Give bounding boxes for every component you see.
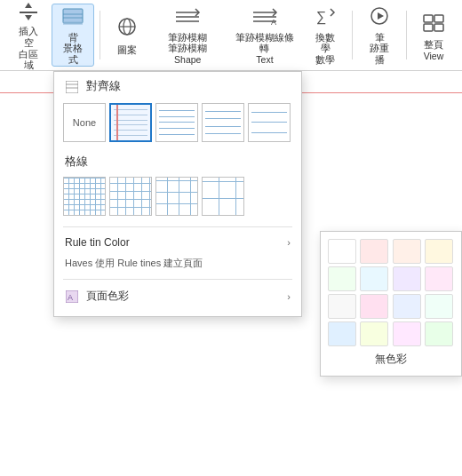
divider-menu <box>63 226 292 227</box>
ribbon-shape[interactable]: 筆跡模糊筆跡模糊 Shape <box>150 4 226 67</box>
ruling-option-none[interactable]: None <box>63 103 106 142</box>
ruling-options-row: None <box>54 99 301 149</box>
math-label: 換數學數學 <box>311 32 339 66</box>
color-none-button[interactable]: 無色彩 <box>328 346 454 369</box>
ruling-narrow-preview <box>111 105 150 140</box>
svg-rect-22 <box>424 24 433 31</box>
svg-rect-4 <box>63 21 83 25</box>
menu-haves-rule-tines[interactable]: Haves 使用 Rule tines 建立頁面 <box>54 254 301 275</box>
divider-page-color <box>63 279 292 280</box>
background-icon <box>59 5 87 30</box>
ruling-medium-preview <box>156 104 197 141</box>
ruling-section-header: 對齊線 <box>54 72 301 99</box>
color-swatch-4[interactable] <box>328 266 356 291</box>
color-swatch-13[interactable] <box>360 321 388 346</box>
svg-marker-19 <box>378 12 384 20</box>
color-panel: 無色彩 <box>320 231 462 377</box>
rule-tin-color-label: Rule tin Color <box>65 236 130 249</box>
ribbon-insert-blank[interactable]: 插入空白區域 <box>7 4 50 67</box>
svg-rect-0 <box>20 12 37 13</box>
ribbon-fullpage-view[interactable]: 整頁View <box>412 4 455 67</box>
grid-xlarge-preview <box>203 178 243 215</box>
ruling-none-label: None <box>73 117 96 128</box>
pen-replay-label: 筆跡重播 <box>365 32 394 66</box>
svg-text:∑: ∑ <box>316 9 326 25</box>
grid-option-small[interactable] <box>63 177 106 216</box>
pattern-label: 圖案 <box>117 44 137 56</box>
svg-marker-1 <box>25 3 32 8</box>
divider-2 <box>352 11 353 60</box>
grid-option-large[interactable] <box>155 177 198 216</box>
color-swatch-11[interactable] <box>425 294 453 319</box>
color-swatch-10[interactable] <box>393 294 421 319</box>
fullpage-view-icon <box>419 9 448 37</box>
text-label: 筆跡模糊線條轉Text <box>235 32 296 66</box>
ruling-xwide-preview <box>249 104 290 141</box>
ruling-wide-preview <box>203 104 243 141</box>
page-color-label: 頁面色彩 <box>86 289 129 304</box>
color-swatch-6[interactable] <box>393 266 421 291</box>
svg-text:A: A <box>271 18 276 27</box>
insert-blank-label: 插入空白區域 <box>14 26 43 70</box>
ribbon-pen-replay[interactable]: 筆跡重播 <box>358 4 401 67</box>
ribbon-bar: 插入空白區域 背景格式 圖案 <box>0 0 462 71</box>
page-color-arrow: › <box>287 291 291 302</box>
color-swatch-1[interactable] <box>360 239 388 264</box>
pattern-icon <box>113 14 141 43</box>
shape-icon <box>173 5 202 30</box>
grid-medium-preview <box>110 178 151 215</box>
color-swatch-12[interactable] <box>328 321 356 346</box>
color-swatch-grid <box>328 239 454 346</box>
grid-section-label: 格線 <box>54 149 301 173</box>
svg-rect-23 <box>434 24 443 31</box>
divider-1 <box>100 11 100 60</box>
ruling-option-medium[interactable] <box>155 103 198 142</box>
color-none-label: 無色彩 <box>375 352 407 367</box>
shape-label: 筆跡模糊筆跡模糊 Shape <box>157 32 219 66</box>
ruling-option-wide[interactable] <box>202 103 244 142</box>
background-label: 背景格式 <box>60 32 86 66</box>
ruling-section-label: 對齊線 <box>86 79 121 94</box>
haves-rule-tines-label: Haves 使用 Rule tines 建立頁面 <box>65 257 203 270</box>
ribbon-math[interactable]: ∑ 換數學數學 <box>304 4 346 67</box>
color-swatch-5[interactable] <box>360 266 388 291</box>
color-swatch-3[interactable] <box>425 239 453 264</box>
divider-3 <box>406 11 407 60</box>
ribbon-pattern[interactable]: 圖案 <box>106 4 148 67</box>
dropdown-panel: 對齊線 None <box>53 71 302 317</box>
svg-rect-21 <box>434 15 443 22</box>
ruling-option-narrow[interactable] <box>109 103 152 142</box>
menu-page-color[interactable]: A 頁面色彩 › <box>54 283 301 309</box>
color-swatch-14[interactable] <box>393 321 421 346</box>
color-swatch-9[interactable] <box>360 294 388 319</box>
svg-text:A: A <box>68 293 73 302</box>
pen-replay-icon <box>365 5 394 30</box>
rule-tin-color-arrow: › <box>287 237 291 248</box>
ruling-option-xwide[interactable] <box>248 103 291 142</box>
grid-option-medium[interactable] <box>109 177 152 216</box>
color-swatch-15[interactable] <box>425 321 453 346</box>
page-color-icon: A <box>65 290 79 304</box>
svg-rect-20 <box>424 15 433 22</box>
grid-small-preview <box>64 178 105 215</box>
color-swatch-0[interactable] <box>328 239 356 264</box>
ribbon-background[interactable]: 背景格式 <box>52 4 94 67</box>
fullpage-view-label: 整頁View <box>424 39 444 61</box>
text-icon: A <box>251 5 279 30</box>
color-swatch-8[interactable] <box>328 294 356 319</box>
menu-rule-tin-color[interactable]: Rule tin Color › <box>54 231 301 254</box>
svg-rect-24 <box>66 81 78 93</box>
math-icon: ∑ <box>311 5 339 30</box>
color-swatch-2[interactable] <box>393 239 421 264</box>
ribbon-text[interactable]: A 筆跡模糊線條轉Text <box>227 4 303 67</box>
grid-option-xlarge[interactable] <box>202 177 244 216</box>
ruling-lines-icon <box>65 80 79 94</box>
color-swatch-7[interactable] <box>425 266 453 291</box>
insert-blank-icon <box>14 0 43 24</box>
content-area: 對齊線 None <box>0 71 462 476</box>
svg-marker-2 <box>25 15 32 20</box>
svg-rect-3 <box>63 9 83 23</box>
grid-large-preview <box>156 178 197 215</box>
grid-options-row <box>54 173 301 223</box>
